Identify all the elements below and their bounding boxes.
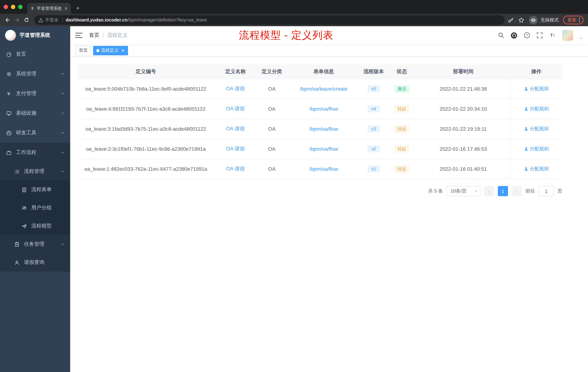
navbar-icons: ? TT ▾ (498, 30, 582, 41)
breadcrumb-home[interactable]: 首页 (89, 32, 99, 39)
font-size-icon[interactable]: TT (549, 32, 556, 39)
logo-avatar (5, 30, 16, 41)
sidebar-item-payment[interactable]: ¥ 支付管理 (0, 84, 70, 103)
chrome-update-button[interactable]: 更新 (563, 16, 584, 24)
sidebar-item-label: 流程管理 (24, 168, 44, 175)
toolbox-icon (6, 130, 12, 136)
sidebar-logo[interactable]: 芋道管理系统 (0, 26, 70, 44)
browser-toolbar: 不安全 dashboard.yudao.iocoder.cn/bpm/manag… (0, 14, 588, 26)
sidebar-item-label: 基础设施 (16, 110, 36, 117)
form-info-link[interactable]: /bpm/oa/flow (309, 126, 338, 132)
sidebar-item-system[interactable]: 系统管理 (0, 64, 70, 84)
sidebar-item-infrastructure[interactable]: 基础设施 (0, 103, 70, 123)
incognito-badge: 无痕模式 (529, 15, 559, 25)
forward-button[interactable] (12, 15, 22, 25)
definition-name-link[interactable]: OA 请假 (226, 106, 245, 112)
sidebar-item-process-model[interactable]: 流程模型 (0, 217, 70, 235)
assign-rule-label: 分配规则 (530, 106, 549, 112)
sidebar-item-user-group[interactable]: 用户分组 (0, 199, 70, 217)
page-size-select[interactable]: 10条/页 ▾ (447, 186, 480, 196)
assign-rule-button[interactable]: 分配规则 (524, 86, 549, 92)
deploy-time: 2022-01-22 19:19:11 (416, 119, 510, 139)
chevron-up-icon (61, 150, 64, 155)
app-navbar: 首页 / 流程定义 流程模型 - 定义列表 ? TT ▾ (70, 26, 588, 44)
help-icon[interactable]: ? (524, 32, 530, 39)
column-header: 定义编号 (77, 65, 215, 79)
definition-id: oa_leave:5:004b710b-7b8a-11ec-8ef0-acde4… (77, 79, 215, 99)
form-info-link[interactable]: /bpm/oa/flow (309, 146, 338, 152)
sidebar-item-home[interactable]: 首页 (0, 44, 70, 64)
definition-category: OA (256, 119, 287, 139)
minimize-window-button[interactable] (11, 5, 15, 9)
tag-process-definition[interactable]: 流程定义 ✕ (93, 46, 128, 55)
pagination-total: 共 5 条 (428, 188, 443, 194)
table-row: oa_leave:3:1fad3d93-7b75-11ec-a3c8-acde4… (77, 119, 562, 139)
page-size-value: 10条/页 (451, 188, 467, 194)
person-icon (524, 167, 528, 171)
bookmark-star-icon[interactable] (518, 17, 525, 23)
sidebar-item-leave-query[interactable]: 请假查询 (0, 253, 70, 272)
column-header: 操作 (510, 65, 562, 79)
form-info-link[interactable]: /bpm/oa/flow (309, 106, 338, 112)
back-button[interactable] (3, 15, 12, 25)
zoom-window-button[interactable] (18, 5, 22, 9)
definition-name-link[interactable]: OA 请假 (226, 86, 245, 92)
url-domain: dashboard.yudao.iocoder.cn (66, 17, 127, 22)
definition-name-link[interactable]: OA 请假 (226, 126, 245, 132)
version-badge: v4 (368, 106, 379, 112)
page-number-button[interactable]: 1 (498, 186, 508, 196)
forward-icon (14, 17, 20, 23)
sidebar-item-process-form[interactable]: 流程表单 (0, 181, 70, 199)
breadcrumb-current: 流程定义 (107, 32, 128, 39)
goto-page-input[interactable] (538, 186, 554, 196)
reload-button[interactable] (22, 15, 31, 25)
new-tab-button[interactable]: + (73, 4, 83, 13)
url-divider (62, 17, 62, 22)
form-info-link[interactable]: /bpm/oa/flow (309, 166, 338, 172)
form-info-link[interactable]: /bpm/oa/leave/create (300, 86, 347, 92)
password-key-icon[interactable] (508, 17, 514, 23)
tag-home[interactable]: 首页 (76, 46, 91, 55)
clipboard-icon (14, 241, 20, 247)
assign-rule-button[interactable]: 分配规则 (524, 126, 549, 132)
prev-page-button[interactable]: ‹ (484, 186, 494, 196)
chevron-down-icon (61, 71, 64, 77)
sidebar-item-label: 请假查询 (24, 259, 44, 266)
sidebar-item-devtools[interactable]: 研发工具 (0, 123, 70, 143)
page-content: 定义编号 定义名称 定义分类 表单信息 流程版本 状态 部署时间 操作 oa_l… (70, 57, 588, 372)
version-badge: v5 (368, 86, 379, 92)
tag-close-icon[interactable]: ✕ (121, 48, 125, 53)
column-header: 状态 (387, 65, 416, 79)
browser-tab[interactable]: 芋道管理系统 ✕ (27, 3, 71, 14)
status-badge: 激活 (394, 85, 410, 93)
avatar-caret-icon[interactable]: ▾ (580, 36, 582, 41)
svg-text:T: T (550, 33, 553, 38)
sidebar-item-process-mgmt[interactable]: 流程管理 (0, 162, 70, 181)
assign-rule-button[interactable]: 分配规则 (524, 146, 549, 152)
list-icon (14, 169, 20, 174)
sidebar-item-label: 首页 (16, 51, 26, 57)
close-window-button[interactable] (4, 5, 8, 9)
yen-icon: ¥ (6, 91, 12, 96)
sidebar-item-label: 支付管理 (16, 90, 36, 97)
address-bar[interactable]: 不安全 dashboard.yudao.iocoder.cn/bpm/manag… (34, 15, 505, 25)
fullscreen-icon[interactable] (536, 32, 543, 39)
search-icon[interactable] (498, 32, 504, 39)
assign-rule-button[interactable]: 分配规则 (524, 106, 549, 112)
user-avatar[interactable] (562, 30, 573, 41)
sidebar-toggle-icon[interactable] (75, 33, 83, 38)
reload-icon (24, 17, 30, 23)
next-page-button[interactable]: › (512, 186, 522, 196)
definition-id: oa_leave:4:991f2193-7b7f-11ec-a3c8-acde4… (77, 99, 215, 119)
definition-name-link[interactable]: OA 请假 (226, 146, 245, 152)
tab-close-icon[interactable]: ✕ (64, 6, 68, 11)
incognito-icon (529, 15, 538, 25)
table-row: oa_leave:5:004b710b-7b8a-11ec-8ef0-acde4… (77, 79, 562, 99)
browser-menu-icon[interactable] (579, 18, 580, 22)
sidebar-item-workflow[interactable]: 工作流程 (0, 143, 70, 162)
definition-name-link[interactable]: OA 请假 (226, 166, 245, 172)
github-icon[interactable] (511, 32, 518, 39)
url-path: /bpm/manager/definition?key=oa_leave (127, 17, 207, 22)
assign-rule-button[interactable]: 分配规则 (524, 166, 549, 172)
sidebar-item-task-mgmt[interactable]: 任务管理 (0, 235, 70, 253)
